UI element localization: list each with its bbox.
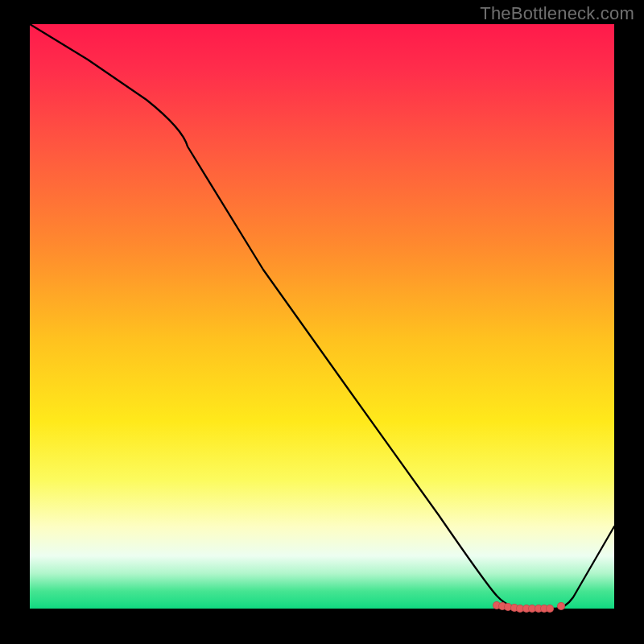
optimal-marker (557, 602, 565, 610)
plot-area (30, 24, 614, 609)
curve-path (30, 24, 614, 609)
chart-frame: TheBottleneck.com (0, 0, 644, 644)
optimal-marker (546, 605, 554, 613)
watermark-text: TheBottleneck.com (480, 3, 634, 24)
bottleneck-curve (30, 24, 614, 609)
